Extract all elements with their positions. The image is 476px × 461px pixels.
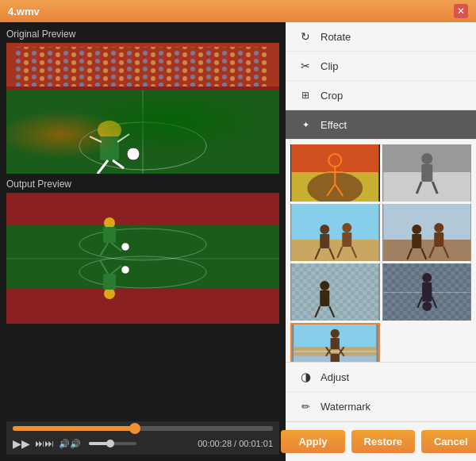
- volume-track[interactable]: [89, 442, 136, 445]
- scrubber-fill: [13, 426, 135, 431]
- svg-point-45: [421, 153, 432, 164]
- original-scene: [6, 43, 279, 174]
- original-scene-svg: [6, 43, 279, 174]
- apply-button[interactable]: Apply: [281, 430, 344, 453]
- tool-effect[interactable]: ✦ Effect: [286, 110, 476, 140]
- svg-line-7: [98, 160, 108, 174]
- original-preview-label: Original Preview: [6, 29, 279, 40]
- crop-icon: ⊞: [298, 88, 313, 102]
- clip-icon: ✂: [298, 59, 313, 73]
- svg-point-86: [422, 302, 432, 311]
- effect-mirror-preview: [292, 325, 378, 362]
- svg-point-65: [434, 223, 443, 232]
- effect-color-preview: [290, 144, 380, 202]
- rotate-icon: ↻: [298, 29, 313, 44]
- scrubber-thumb[interactable]: [129, 423, 140, 434]
- svg-line-9: [90, 136, 102, 142]
- bottom-tools: ◑ Adjust ✏ Watermark: [286, 362, 476, 421]
- tool-menu: ↻ Rotate ✂ Clip ⊞ Crop ✦ Effect: [286, 22, 476, 140]
- effect-grid2-preview: [382, 263, 472, 321]
- effect-warm2-preview: [382, 204, 472, 261]
- window-title: 4.wmv: [8, 6, 40, 17]
- svg-point-5: [98, 121, 121, 140]
- svg-rect-60: [383, 240, 470, 261]
- svg-point-61: [412, 225, 421, 234]
- svg-rect-62: [412, 234, 421, 248]
- right-panel: ↻ Rotate ✂ Clip ⊞ Crop ✦ Effect: [286, 22, 476, 461]
- effect-thumb-warm2[interactable]: [382, 204, 472, 261]
- watermark-label: Watermark: [321, 401, 370, 413]
- svg-rect-46: [421, 164, 432, 182]
- effect-thumb-warm1[interactable]: [290, 204, 380, 261]
- svg-point-92: [331, 329, 340, 338]
- adjust-label: Adjust: [321, 371, 349, 383]
- volume-thumb[interactable]: [106, 440, 114, 448]
- close-button[interactable]: ✕: [454, 4, 468, 18]
- output-preview: [6, 193, 279, 324]
- cancel-button[interactable]: Cancel: [421, 430, 476, 453]
- svg-point-3: [79, 122, 206, 170]
- svg-rect-72: [291, 263, 378, 321]
- volume-icon: 🔊: [59, 439, 81, 449]
- svg-rect-18: [6, 225, 279, 259]
- svg-point-81: [422, 273, 432, 282]
- clip-label: Clip: [321, 60, 338, 72]
- effect-thumb-grid2[interactable]: [382, 263, 472, 321]
- svg-rect-20: [6, 288, 279, 324]
- svg-rect-1: [6, 43, 279, 90]
- tool-watermark[interactable]: ✏ Watermark: [286, 392, 476, 421]
- svg-rect-6: [100, 136, 119, 160]
- effect-icon: ✦: [298, 117, 313, 132]
- play-button[interactable]: ▶: [13, 437, 30, 450]
- controls-area: ▶ ⏭ 🔊 00:00:28 / 00:01:01: [6, 421, 279, 455]
- svg-rect-87: [422, 287, 432, 302]
- effect-thumb-mirror[interactable]: Vertical: [290, 323, 380, 362]
- svg-rect-56: [342, 232, 351, 247]
- scrubber-track[interactable]: [13, 426, 273, 431]
- playback-controls: ▶ ⏭ 🔊 00:00:28 / 00:01:01: [13, 437, 273, 450]
- title-bar: 4.wmv ✕: [0, 0, 476, 22]
- tool-crop[interactable]: ⊞ Crop: [286, 81, 476, 110]
- svg-point-27: [121, 243, 129, 251]
- svg-rect-93: [331, 338, 340, 349]
- effect-grid1-preview: [290, 263, 380, 321]
- svg-point-73: [320, 281, 329, 290]
- svg-rect-66: [434, 232, 443, 247]
- svg-point-51: [320, 225, 329, 234]
- svg-rect-29: [103, 274, 116, 290]
- effect-warm1-preview: [290, 204, 380, 261]
- svg-rect-52: [320, 234, 329, 248]
- effect-grid: Vertical: [286, 140, 476, 362]
- svg-point-28: [104, 288, 115, 299]
- svg-point-11: [127, 148, 140, 160]
- left-panel: Original Preview: [0, 22, 286, 461]
- effect-label: Effect: [321, 119, 347, 131]
- svg-rect-12: [6, 43, 279, 86]
- tool-adjust[interactable]: ◑ Adjust: [286, 363, 476, 392]
- original-preview: [6, 43, 279, 174]
- restore-button[interactable]: Restore: [351, 430, 415, 453]
- svg-line-8: [113, 160, 124, 168]
- svg-line-10: [117, 134, 129, 142]
- crop-label: Crop: [321, 90, 343, 102]
- adjust-icon: ◑: [298, 370, 313, 384]
- effect-gray-preview: [382, 144, 472, 202]
- svg-rect-50: [291, 240, 378, 261]
- output-scene: [6, 193, 279, 324]
- effect-thumb-grid1[interactable]: [290, 263, 380, 321]
- watermark-icon: ✏: [298, 399, 313, 413]
- svg-rect-2: [6, 90, 279, 174]
- svg-rect-24: [103, 227, 116, 243]
- step-forward-button[interactable]: ⏭: [35, 438, 54, 449]
- svg-point-32: [121, 266, 129, 274]
- effect-thumb-gray[interactable]: [382, 144, 472, 202]
- svg-point-55: [342, 223, 351, 232]
- time-display: 00:00:28 / 00:01:01: [198, 439, 273, 448]
- svg-rect-0: [6, 43, 279, 174]
- tool-clip[interactable]: ✂ Clip: [286, 52, 476, 81]
- svg-point-23: [104, 217, 115, 229]
- effect-thumb-color[interactable]: [290, 144, 380, 202]
- tool-rotate[interactable]: ↻ Rotate: [286, 22, 476, 52]
- svg-rect-74: [320, 290, 329, 306]
- output-scene-svg: [6, 193, 279, 324]
